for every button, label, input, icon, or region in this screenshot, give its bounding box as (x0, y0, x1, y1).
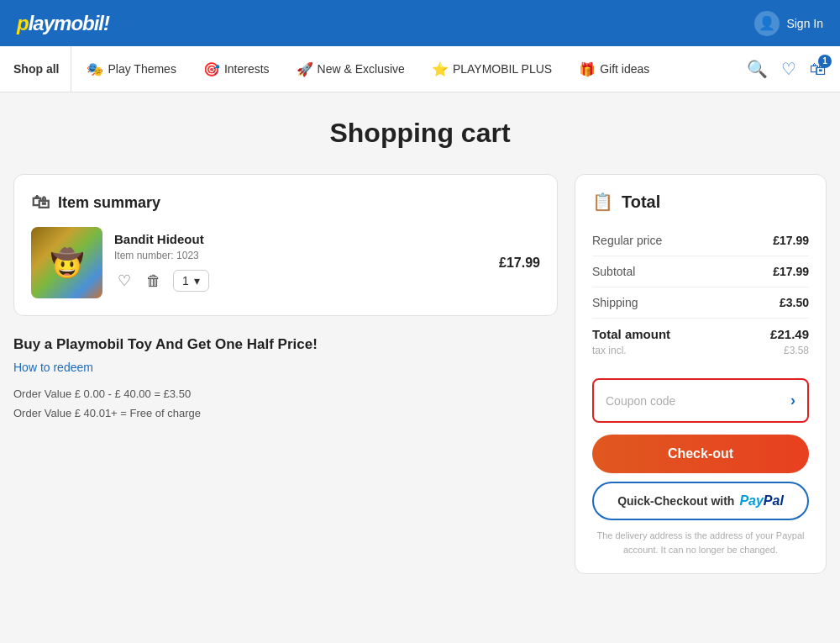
page-title: Shopping cart (13, 118, 827, 149)
total-heading: Total (622, 192, 660, 212)
gift-icon: 🎁 (579, 61, 596, 77)
item-summary-card: 🛍 Item summary Bandit Hideout Item numbe… (13, 174, 558, 316)
regular-price-row: Regular price £17.99 (592, 225, 809, 256)
coupon-arrow-icon: › (790, 392, 795, 409)
search-button[interactable]: 🔍 (747, 59, 768, 79)
site-header: playmobil! 👤 Sign In (0, 0, 840, 46)
total-amount-label: Total amount (592, 327, 670, 341)
delete-item-button[interactable]: 🗑 (143, 269, 165, 293)
nav-play-themes[interactable]: 🎭 Play Themes (75, 46, 187, 92)
item-name: Bandit Hideout (114, 232, 487, 246)
nav-shop-all[interactable]: Shop all (13, 46, 71, 92)
plus-icon: ⭐ (432, 61, 449, 77)
nav-actions: 🔍 ♡ 🛍 1 (747, 59, 827, 79)
item-summary-header: 🛍 Item summary (31, 192, 540, 213)
item-summary-heading: Item summary (58, 194, 160, 212)
promo-info-line-2: Order Value £ 40.01+ = Free of charge (13, 403, 558, 423)
right-panel: 📋 Total Regular price £17.99 Subtotal £1… (575, 174, 827, 574)
nav-new-exclusive[interactable]: 🚀 New & Exclusive (285, 46, 417, 92)
nav-gift-ideas[interactable]: 🎁 Gift ideas (567, 46, 661, 92)
content-grid: 🛍 Item summary Bandit Hideout Item numbe… (13, 174, 827, 574)
shipping-row: Shipping £3.50 (592, 287, 809, 319)
coupon-input-box[interactable]: Coupon code › (592, 378, 809, 423)
bag-icon: 🛍 (31, 192, 50, 213)
subtotal-amount: £17.99 (773, 265, 809, 278)
total-amount-value: £21.49 (770, 327, 809, 341)
sign-in-button[interactable]: 👤 Sign In (754, 11, 823, 36)
shipping-label: Shipping (592, 296, 638, 309)
promo-info: Order Value £ 0.00 - £ 40.00 = £3.50 Ord… (13, 384, 558, 424)
item-thumbnail (31, 227, 102, 298)
site-logo[interactable]: playmobil! (17, 12, 109, 35)
quantity-value: 1 (182, 274, 189, 287)
item-actions: ♡ 🗑 1 ▾ (114, 268, 487, 293)
play-themes-icon: 🎭 (87, 61, 103, 77)
new-exclusive-icon: 🚀 (297, 61, 313, 77)
shipping-amount: £3.50 (780, 296, 809, 309)
main-content: Shopping cart 🛍 Item summary Bandit Hide… (0, 92, 840, 599)
promo-title: Buy a Playmobil Toy And Get One Half Pri… (13, 336, 558, 353)
total-icon: 📋 (592, 192, 613, 212)
cart-count-badge: 1 (818, 55, 832, 68)
item-number: Item number: 1023 (114, 250, 487, 261)
subtotal-row: Subtotal £17.99 (592, 256, 809, 287)
how-to-redeem-link[interactable]: How to redeem (13, 361, 93, 374)
quantity-selector[interactable]: 1 ▾ (173, 270, 209, 292)
promo-section: Buy a Playmobil Toy And Get One Half Pri… (13, 333, 558, 427)
tax-label: tax incl. (592, 345, 627, 356)
tax-row: tax incl. £3.58 (592, 345, 809, 366)
total-amount-row: Total amount £21.49 (592, 319, 809, 345)
interests-icon: 🎯 (203, 61, 220, 77)
wishlist-button[interactable]: ♡ (781, 59, 796, 79)
sign-in-label: Sign In (786, 17, 823, 30)
main-nav: Shop all 🎭 Play Themes 🎯 Interests 🚀 New… (0, 46, 840, 92)
nav-playmobil-plus[interactable]: ⭐ PLAYMOBIL PLUS (420, 46, 564, 92)
regular-price-amount: £17.99 (773, 234, 809, 247)
wishlist-item-button[interactable]: ♡ (114, 268, 134, 293)
tax-amount: £3.58 (784, 345, 809, 356)
paypal-logo: PayPal (739, 493, 783, 509)
promo-info-line-1: Order Value £ 0.00 - £ 40.00 = £3.50 (13, 384, 558, 403)
total-header: 📋 Total (592, 192, 809, 212)
cart-item: Bandit Hideout Item number: 1023 ♡ 🗑 1 ▾… (31, 227, 540, 298)
paypal-checkout-button[interactable]: Quick-Checkout with PayPal (592, 482, 809, 520)
item-price: £17.99 (499, 256, 540, 271)
item-details: Bandit Hideout Item number: 1023 ♡ 🗑 1 ▾ (114, 232, 487, 293)
avatar-icon: 👤 (754, 11, 780, 36)
coupon-placeholder: Coupon code (606, 394, 675, 408)
total-card: 📋 Total Regular price £17.99 Subtotal £1… (575, 174, 827, 574)
item-image (31, 227, 102, 298)
nav-interests[interactable]: 🎯 Interests (192, 46, 281, 92)
paypal-delivery-note: The delivery address is the address of y… (592, 529, 809, 556)
paypal-prefix: Quick-Checkout with (617, 494, 734, 508)
regular-price-label: Regular price (592, 234, 662, 247)
left-panel: 🛍 Item summary Bandit Hideout Item numbe… (13, 174, 558, 427)
checkout-button[interactable]: Check-out (592, 435, 809, 473)
subtotal-label: Subtotal (592, 265, 635, 278)
quantity-chevron: ▾ (194, 274, 200, 287)
cart-button[interactable]: 🛍 1 (810, 60, 827, 79)
